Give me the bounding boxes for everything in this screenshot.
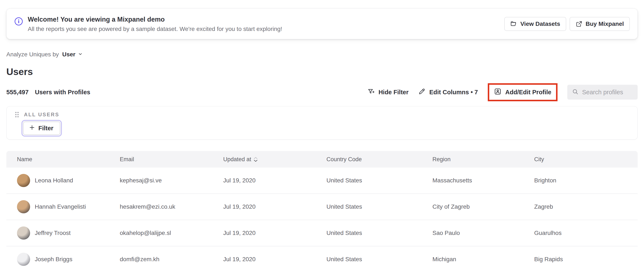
table-row[interactable]: Hannah Evangelisti hesakrem@ezi.co.uk Ju… [6,194,638,220]
cell-region: City of Zagreb [432,203,534,210]
users-page: i Welcome! You are viewing a Mixpanel de… [0,8,644,272]
column-header-email[interactable]: Email [120,156,223,163]
view-datasets-label: View Datasets [520,20,560,27]
cell-email: okahelop@lalijpe.sl [120,230,223,237]
column-header-label: Country Code [326,156,362,163]
table-header: Name Email Updated at Country Code Regio… [6,151,638,168]
page-title: Users [6,66,638,77]
folder-icon [510,20,517,27]
cell-updated-at: Jul 19, 2020 [223,230,326,237]
external-link-icon [576,20,582,27]
column-header-label: Name [17,156,32,163]
profiles-count-number: 555,497 [6,89,28,96]
column-header-label: Region [432,156,451,163]
banner-title: Welcome! You are viewing a Mixpanel demo [28,16,282,23]
banner-subtitle: All the reports you see are powered by a… [28,26,282,32]
profiles-toolbar: Hide Filter Edit Columns • 7 [367,83,638,101]
group-label: ALL USERS [24,112,59,118]
cell-email: domfi@zem.kh [120,256,223,263]
profiles-count-label: Users with Profiles [35,89,90,96]
cell-city: Big Rapids [534,256,638,263]
banner-text: Welcome! You are viewing a Mixpanel demo… [28,16,282,33]
cell-updated-at: Jul 19, 2020 [223,177,326,184]
cell-country-code: United States [326,177,432,184]
table-row[interactable]: Jeffrey Troost okahelop@lalijpe.sl Jul 1… [6,220,638,246]
filter-card-header: ALL USERS [14,111,638,118]
column-header-updated-at[interactable]: Updated at [223,156,326,163]
avatar [17,227,30,240]
cell-country-code: United States [326,203,432,210]
sort-icon[interactable] [254,157,258,162]
analyze-value: User [62,51,75,58]
cell-region: Michigan [432,256,534,263]
edit-columns-label: Edit Columns • 7 [429,89,478,96]
add-edit-profile-label: Add/Edit Profile [505,89,552,96]
column-header-name[interactable]: Name [17,156,120,163]
cell-city: Guarulhos [534,230,638,237]
cell-email: hesakrem@ezi.co.uk [120,203,223,210]
cell-updated-at: Jul 19, 2020 [223,203,326,210]
cell-country-code: United States [326,256,432,263]
cell-region: Sao Paulo [432,230,534,237]
add-filter-label: Filter [38,125,54,132]
hide-filter-button[interactable]: Hide Filter [367,88,408,97]
cell-city: Zagreb [534,203,638,210]
buy-mixpanel-label: Buy Mixpanel [586,20,624,27]
profile-card-icon [494,88,502,97]
filter-card: ALL USERS Filter [6,106,638,140]
cell-email: kephesaj@si.ve [120,177,223,184]
annotation-highlight-box: Add/Edit Profile [488,83,558,101]
banner-message: i Welcome! You are viewing a Mixpanel de… [15,15,282,33]
analyze-label: Analyze Uniques by [6,51,59,58]
profiles-count: 555,497 Users with Profiles [6,89,90,96]
column-header-label: Email [120,156,134,163]
filter-funnel-icon [367,88,374,97]
user-name: Joseph Briggs [35,256,72,263]
table-body: Leona Holland kephesaj@si.ve Jul 19, 202… [6,168,638,272]
pencil-icon [418,88,426,97]
banner-actions: View Datasets Buy Mixpanel [504,17,630,31]
chevron-down-icon [78,51,83,58]
main-content: Analyze Uniques by User Users 555,497 Us… [0,50,644,102]
column-header-country-code[interactable]: Country Code [326,156,432,163]
cell-name: Leona Holland [17,174,120,187]
cell-country-code: United States [326,230,432,237]
add-filter-button[interactable]: Filter [23,122,60,135]
edit-columns-button[interactable]: Edit Columns • 7 [418,88,478,97]
search-profiles-input[interactable] [582,89,633,96]
table-row[interactable]: Joseph Briggs domfi@zem.kh Jul 19, 2020 … [6,246,638,272]
avatar [17,174,30,187]
hide-filter-label: Hide Filter [378,89,408,96]
cell-name: Jeffrey Troost [17,227,120,240]
search-profiles-box [567,85,638,100]
analyze-by-dropdown[interactable]: User [62,51,82,58]
add-edit-profile-button[interactable]: Add/Edit Profile [494,88,552,97]
count-toolbar-row: 555,497 Users with Profiles Hide Filter [6,82,638,102]
user-name: Hannah Evangelisti [35,203,86,210]
user-name: Jeffrey Troost [35,230,70,237]
info-icon: i [15,17,23,25]
column-header-label: City [534,156,544,163]
drag-handle-icon[interactable] [14,111,20,118]
filter-button-focus-ring: Filter [22,120,62,137]
analyze-row: Analyze Uniques by User [6,50,638,59]
cell-region: Massachusetts [432,177,534,184]
profiles-table: Name Email Updated at Country Code Regio… [0,151,644,272]
column-header-label: Updated at [223,156,251,163]
view-datasets-button[interactable]: View Datasets [504,17,566,31]
cell-city: Brighton [534,177,638,184]
avatar [17,200,30,213]
buy-mixpanel-button[interactable]: Buy Mixpanel [570,17,630,31]
search-icon [572,88,579,96]
demo-banner: i Welcome! You are viewing a Mixpanel de… [6,8,638,39]
user-name: Leona Holland [35,177,73,184]
cell-name: Joseph Briggs [17,253,120,266]
cell-name: Hannah Evangelisti [17,200,120,213]
plus-icon [29,125,35,132]
cell-updated-at: Jul 19, 2020 [223,256,326,263]
avatar [17,253,30,266]
column-header-city[interactable]: City [534,156,638,163]
column-header-region[interactable]: Region [432,156,534,163]
table-row[interactable]: Leona Holland kephesaj@si.ve Jul 19, 202… [6,168,638,194]
